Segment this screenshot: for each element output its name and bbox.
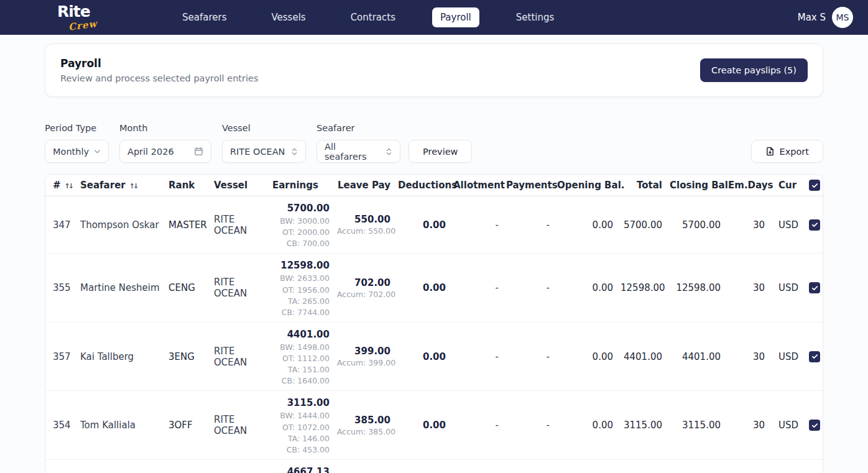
column-header-leave-pay: Leave Pay: [333, 175, 394, 196]
month-value: April 2026: [127, 147, 174, 157]
seafarer-name[interactable]: Kai Tallberg: [80, 351, 134, 362]
payments-value: -: [547, 351, 550, 362]
row-id: 347: [53, 219, 71, 231]
total-value: 4401.00: [624, 351, 662, 362]
seafarer-name[interactable]: Martine Nesheim: [80, 282, 160, 293]
closing-bal-value: 12598.00: [676, 282, 721, 293]
column-header-select-all: [796, 175, 824, 196]
sort-icon[interactable]: ↑↓: [129, 182, 137, 190]
row-checkbox[interactable]: [809, 351, 820, 362]
filter-bar: Period Type Monthly Month April 2026 Ves…: [45, 123, 823, 163]
select-all-checkbox[interactable]: [809, 180, 820, 191]
rank-value: 3OFF: [169, 420, 193, 431]
nav-item-settings[interactable]: Settings: [508, 7, 563, 27]
leave-pay-total: 385.00: [337, 415, 390, 426]
currency-value: USD: [778, 351, 798, 362]
seafarer-name[interactable]: Tom Kalliala: [80, 420, 136, 431]
rank-value: CENG: [169, 282, 195, 293]
vessel-value: RITE OCEAN: [214, 214, 247, 236]
leave-pay-accum: Accum: 702.00: [337, 290, 390, 299]
row-checkbox[interactable]: [809, 420, 820, 431]
table-row: 347 Thompson Oskar MASTER RITE OCEAN 570…: [45, 196, 824, 254]
rank-value: MASTER: [169, 219, 207, 231]
row-checkbox[interactable]: [809, 282, 820, 293]
nav-item-payroll[interactable]: Payroll: [432, 7, 479, 27]
earnings-breakdown-line: CB: 1640.00: [272, 375, 330, 387]
nav-item-vessels[interactable]: Vessels: [263, 7, 313, 27]
header-text: Payroll Review and process selected payr…: [60, 57, 259, 83]
seafarer-select[interactable]: All seafarers: [316, 140, 400, 163]
vessel-value: RITE OCEAN: [214, 277, 247, 299]
earnings-cell: 5700.00 BW: 3000.00OT: 2000.00CB: 700.00: [269, 196, 333, 254]
column-header-seafarer[interactable]: Seafarer↑↓: [76, 175, 165, 196]
column-header-earnings: Earnings: [269, 175, 333, 196]
preview-button-label: Preview: [423, 147, 458, 157]
page-title: Payroll: [60, 57, 259, 70]
column-header-em-days: Em.Days: [724, 175, 769, 196]
seafarer-value: All seafarers: [325, 142, 381, 162]
table-row: 354 Tom Kalliala 3OFF RITE OCEAN 3115.00…: [45, 391, 824, 460]
total-value: 12598.00: [621, 282, 665, 293]
leave-pay-total: 702.00: [337, 277, 390, 288]
earnings-breakdown-line: TA: 265.00: [272, 296, 330, 307]
earnings-cell: 3115.00 BW: 1444.00OT: 1072.00TA: 146.00…: [269, 391, 333, 460]
top-navbar: Rite Crew Seafarers Vessels Contracts Pa…: [0, 0, 868, 35]
row-id: 357: [53, 351, 71, 362]
user-name: Max S: [798, 12, 826, 23]
user-avatar[interactable]: MS: [832, 7, 853, 28]
month-input[interactable]: April 2026: [119, 140, 211, 163]
leave-pay-total: 550.00: [337, 214, 390, 225]
deductions-value: 0.00: [423, 282, 446, 293]
em-days-value: 30: [753, 219, 765, 231]
allotment-value: -: [496, 282, 499, 293]
earnings-breakdown-line: TA: 146.00: [272, 433, 330, 444]
leave-pay-cell: 702.00 Accum: 702.00: [333, 254, 394, 323]
earnings-cell: 4401.00 BW: 1498.00OT: 1112.00TA: 151.00…: [269, 322, 333, 391]
row-checkbox[interactable]: [809, 219, 820, 231]
leave-pay-cell: 550.00 Accum: 550.00: [333, 196, 394, 254]
allotment-value: -: [496, 351, 499, 362]
logo-text-crew: Crew: [68, 18, 98, 33]
deductions-value: 0.00: [423, 219, 446, 231]
seafarer-label: Seafarer: [316, 123, 400, 133]
vessel-select[interactable]: RITE OCEAN: [222, 140, 306, 163]
period-type-filter: Period Type Monthly: [45, 123, 109, 163]
sort-icon[interactable]: ↑↓: [65, 182, 72, 190]
earnings-cell: 4667.13: [269, 459, 333, 473]
closing-bal-value: 4401.00: [682, 351, 721, 362]
vessel-label: Vessel: [222, 123, 306, 133]
earnings-breakdown-line: BW: 1498.00: [272, 342, 330, 353]
nav-item-contracts[interactable]: Contracts: [343, 7, 404, 27]
earnings-breakdown-line: BW: 1444.00: [272, 410, 330, 421]
em-days-value: 30: [753, 282, 765, 293]
opening-bal-value: 0.00: [593, 351, 613, 362]
month-label: Month: [119, 123, 211, 133]
export-button-label: Export: [780, 147, 809, 157]
create-payslips-button[interactable]: Create payslips (5): [700, 58, 808, 82]
nav-item-seafarers[interactable]: Seafarers: [174, 7, 234, 27]
deductions-value: 0.00: [423, 420, 446, 431]
earnings-total: 4401.00: [272, 329, 330, 340]
app-logo[interactable]: Rite Crew: [57, 4, 101, 31]
earnings-breakdown: BW: 2633.00OT: 1956.00TA: 265.00CB: 7744…: [272, 273, 330, 318]
leave-pay-accum: Accum: 399.00: [337, 358, 390, 367]
table-row: 357 Kai Tallberg 3ENG RITE OCEAN 4401.00…: [45, 322, 824, 391]
earnings-total: 3115.00: [272, 397, 330, 408]
export-button[interactable]: Export: [751, 140, 823, 163]
leave-pay-cell: 399.00 Accum: 399.00: [333, 322, 394, 391]
export-file-icon: [765, 147, 775, 156]
user-menu[interactable]: Max S MS: [798, 7, 853, 28]
payments-value: -: [547, 219, 550, 231]
rank-value: 3ENG: [169, 351, 195, 362]
seafarer-name[interactable]: Thompson Oskar: [80, 219, 159, 231]
page-subtitle: Review and process selected payroll entr…: [60, 73, 259, 83]
table-row: 4667.13: [45, 459, 824, 473]
earnings-breakdown-line: OT: 2000.00: [272, 227, 330, 238]
closing-bal-value: 5700.00: [682, 219, 721, 231]
month-filter: Month April 2026: [119, 123, 211, 163]
column-header-id[interactable]: #↑↓: [45, 175, 76, 196]
total-value: 3115.00: [624, 420, 662, 431]
earnings-breakdown-line: BW: 3000.00: [272, 216, 330, 227]
preview-button[interactable]: Preview: [409, 140, 472, 163]
period-type-select[interactable]: Monthly: [45, 140, 109, 163]
